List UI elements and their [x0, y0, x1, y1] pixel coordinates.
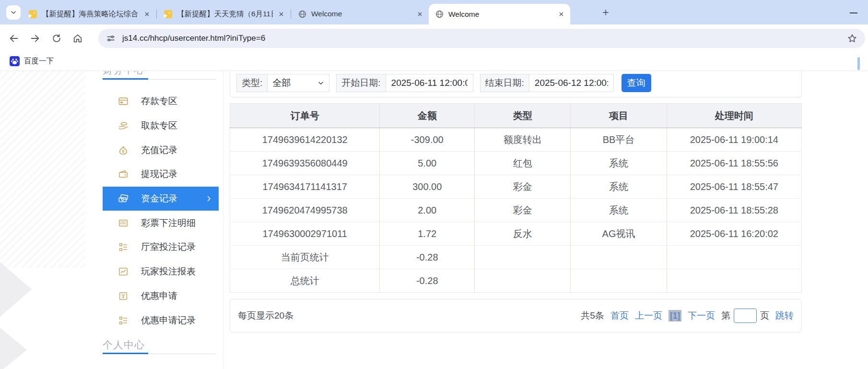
- close-icon[interactable]: [277, 10, 285, 18]
- table-cell: [667, 269, 801, 293]
- table-row: 1749639614220132-309.00额度转出BB平台2025-06-1…: [230, 128, 802, 152]
- table-cell: [475, 269, 571, 293]
- back-button[interactable]: [6, 31, 22, 46]
- browser-tab[interactable]: 【新提醒】海燕策略论坛综合交: [22, 6, 156, 22]
- minimize-button[interactable]: [847, 6, 860, 19]
- funds-table: 订单号金额类型项目处理时间 1749639614220132-309.00额度转…: [230, 103, 802, 293]
- type-select-value: 全部: [272, 77, 291, 89]
- bookmark-star-icon[interactable]: [847, 33, 857, 44]
- close-icon[interactable]: [416, 10, 424, 18]
- sidebar-item-label: 充值记录: [141, 144, 177, 156]
- site-info-icon[interactable]: [106, 34, 116, 43]
- report-chart-icon: [118, 266, 129, 277]
- type-select[interactable]: 全部: [267, 74, 329, 92]
- table-cell: 2.00: [380, 199, 475, 222]
- pagination-controls: 共5条 首页 上一页 [1] 下一页 第 页 跳转: [581, 309, 794, 323]
- browser-tab[interactable]: 【新提醒】天天竞猜（6月11日: [157, 6, 290, 22]
- table-cell: AG视讯: [571, 222, 667, 246]
- table-cell: 2025-06-11 16:20:02: [667, 222, 801, 246]
- table-header-cell: 金额: [380, 104, 475, 128]
- table-cell: 2025-06-11 18:55:28: [667, 199, 801, 222]
- wallet-icon: [118, 169, 129, 179]
- sidebar-item[interactable]: 彩票下注明细: [103, 211, 219, 235]
- end-date-input[interactable]: [529, 74, 614, 92]
- table-cell: 1749639356080449: [230, 152, 380, 175]
- table-cell: 1749620474995738: [230, 199, 380, 222]
- close-icon[interactable]: [557, 10, 565, 18]
- current-page-indicator[interactable]: [1]: [669, 310, 681, 321]
- baidu-icon: [10, 56, 20, 66]
- scrollbar-thumb[interactable]: [857, 57, 860, 70]
- section-underline: [103, 354, 216, 354]
- jump-button[interactable]: 跳转: [775, 309, 794, 322]
- jump-page-input[interactable]: [734, 309, 757, 323]
- jump-suffix-label: 页: [760, 309, 769, 322]
- browser-tab[interactable]: Welcome: [429, 4, 570, 24]
- table-cell: 反水: [475, 222, 571, 246]
- new-tab-button[interactable]: [599, 6, 612, 19]
- sidebar-menu: 存款专区取款专区充值记录提现记录资金记录彩票下注明细厅室投注记录玩家投注报表优惠…: [103, 89, 219, 333]
- query-button[interactable]: 查询: [622, 74, 651, 92]
- first-page-link[interactable]: 首页: [610, 309, 629, 322]
- section-underline: [103, 79, 216, 80]
- table-cell: -0.28: [380, 269, 475, 293]
- list-detail-icon: [118, 218, 129, 228]
- table-cell: 300.00: [380, 175, 475, 199]
- sidebar-item-label: 取款专区: [141, 119, 177, 132]
- next-page-link[interactable]: 下一页: [688, 309, 715, 322]
- table-header-cell: 类型: [475, 104, 571, 128]
- page-content: 财务中心 存款专区取款专区充值记录提现记录资金记录彩票下注明细厅室投注记录玩家投…: [0, 71, 868, 369]
- table-cell: [667, 246, 801, 269]
- reload-button[interactable]: [49, 31, 64, 46]
- sidebar-divider: [223, 71, 223, 369]
- table-cell: [571, 269, 667, 293]
- sidebar-item[interactable]: 充值记录: [103, 138, 219, 162]
- chevron-right-icon: [205, 194, 212, 203]
- sidebar-item[interactable]: 资金记录: [103, 187, 219, 211]
- home-button[interactable]: [70, 31, 85, 46]
- address-bar[interactable]: js14.cc/hhcp/usercenter.html?iniType=6: [98, 29, 865, 48]
- table-cell: 总统计: [230, 269, 380, 293]
- close-icon[interactable]: [143, 10, 151, 18]
- type-label: 类型:: [236, 74, 267, 92]
- table-cell: 彩金: [475, 175, 571, 199]
- table-cell: 额度转出: [475, 128, 571, 152]
- table-cell: [475, 246, 571, 269]
- sidebar-item-label: 厅室投注记录: [141, 241, 196, 253]
- main-content: 类型: 全部 开始日期: 结束日期: 查询: [230, 71, 802, 369]
- table-cell: 系统: [571, 152, 667, 175]
- sidebar-item[interactable]: 提现记录: [103, 162, 219, 187]
- table-cell: 2025-06-11 18:55:47: [667, 175, 801, 199]
- bookmark-baidu[interactable]: 百度一下: [7, 55, 57, 68]
- filter-panel: 类型: 全部 开始日期: 结束日期: 查询: [230, 71, 802, 97]
- sidebar-item-label: 资金记录: [141, 192, 177, 205]
- chevron-down-icon[interactable]: [6, 5, 21, 20]
- promo-record-list-icon: [118, 315, 129, 326]
- prev-page-link[interactable]: 上一页: [635, 309, 662, 322]
- sidebar-item[interactable]: 优惠申请: [103, 284, 219, 309]
- forward-button[interactable]: [27, 31, 43, 46]
- browser-tab[interactable]: Welcome: [292, 6, 429, 22]
- left-texture-decoration: [0, 71, 85, 268]
- bank-card-icon: [118, 96, 129, 107]
- triangle-decoration: [0, 262, 32, 317]
- sidebar: 财务中心 存款专区取款专区充值记录提现记录资金记录彩票下注明细厅室投注记录玩家投…: [103, 71, 219, 369]
- table-row: 17496300029710111.72反水AG视讯2025-06-11 16:…: [230, 222, 802, 246]
- sidebar-item-label: 存款专区: [141, 95, 177, 107]
- pagination-panel: 每页显示20条 共5条 首页 上一页 [1] 下一页 第 页 跳转: [230, 299, 802, 333]
- sidebar-item-label: 玩家投注报表: [141, 265, 196, 278]
- start-date-input[interactable]: [386, 74, 473, 92]
- bookmark-bar: 百度一下: [0, 51, 868, 71]
- sidebar-item[interactable]: 玩家投注报表: [103, 260, 219, 284]
- table-cell: 5.00: [380, 152, 475, 175]
- sidebar-item[interactable]: 存款专区: [103, 89, 219, 114]
- table-row: 1749634171141317300.00彩金系统2025-06-11 18:…: [230, 175, 802, 199]
- table-cell: BB平台: [571, 128, 667, 152]
- table-cell: 彩金: [475, 199, 571, 222]
- table-cell: 系统: [571, 175, 667, 199]
- table-cell: -309.00: [380, 128, 475, 152]
- withdraw-hand-icon: [118, 120, 129, 131]
- sidebar-item[interactable]: 取款专区: [103, 114, 219, 138]
- sidebar-item[interactable]: 优惠申请记录: [103, 308, 219, 333]
- sidebar-item[interactable]: 厅室投注记录: [103, 235, 219, 260]
